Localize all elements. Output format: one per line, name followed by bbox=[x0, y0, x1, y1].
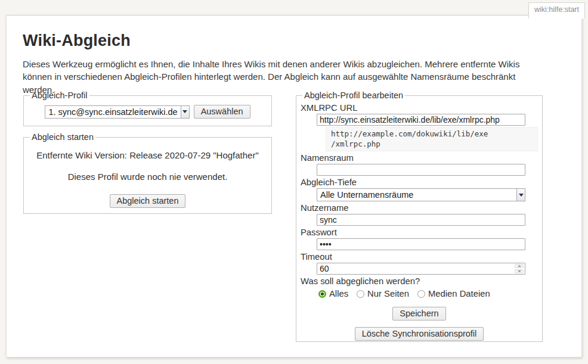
save-button[interactable]: Speichern bbox=[392, 307, 445, 321]
xmlrpc-url-label: XMLRPC URL bbox=[301, 103, 538, 113]
delete-sync-profile-button[interactable]: Lösche Synchronisationsprofil bbox=[355, 327, 484, 341]
profile-select-value: 1. sync@sync.einsatzleiterwiki.de bbox=[45, 106, 180, 118]
timeout-label: Timeout bbox=[301, 252, 538, 262]
depth-select-value: Alle Unternamensräume bbox=[317, 189, 416, 201]
profile-select-fieldset: Abgleich-Profil 1. sync@sync.einsatzleit… bbox=[23, 91, 272, 126]
depth-label: Abgleich-Tiefe bbox=[301, 178, 538, 187]
radio-option-alles[interactable]: Alles bbox=[318, 289, 348, 298]
profile-select-legend: Abgleich-Profil bbox=[30, 91, 89, 100]
namespace-label: Namensraum bbox=[301, 153, 538, 163]
radio-label: Medien Dateien bbox=[428, 289, 490, 298]
start-sync-button[interactable]: Abgleich starten bbox=[110, 194, 186, 208]
never-used-text: Dieses Profil wurde noch nie verwendet. bbox=[28, 172, 267, 182]
depth-select-dropdown[interactable]: Alle Unternamensräume bbox=[317, 188, 525, 201]
content-panel: Wiki-Abgleich Dieses Werkzeug ermöglicht… bbox=[6, 15, 582, 357]
timeout-spinner[interactable] bbox=[515, 264, 524, 273]
profile-edit-fieldset: Abgleich-Profil bearbeiten XMLRPC URL ht… bbox=[296, 91, 543, 342]
radio-label: Alles bbox=[329, 289, 348, 298]
sync-start-legend: Abgleich starten bbox=[30, 132, 95, 142]
radio-label: Nur Seiten bbox=[367, 289, 409, 298]
radio-option-nur-seiten[interactable]: Nur Seiten bbox=[357, 289, 409, 298]
spinner-down-icon[interactable] bbox=[515, 269, 524, 273]
sync-start-fieldset: Abgleich starten Entfernte Wiki Version:… bbox=[23, 132, 272, 214]
password-label: Passwort bbox=[301, 228, 538, 237]
spinner-up-icon[interactable] bbox=[515, 264, 524, 268]
username-label: Nutzername bbox=[301, 203, 538, 213]
radio-option-medien-dateien[interactable]: Medien Dateien bbox=[417, 289, 490, 298]
radio-unselected-icon[interactable] bbox=[357, 290, 364, 298]
profile-select-dropdown[interactable]: 1. sync@sync.einsatzleiterwiki.de bbox=[45, 105, 189, 119]
namespace-input[interactable] bbox=[317, 164, 525, 176]
sync-scope-label: Was soll abgeglichen werden? bbox=[301, 276, 538, 286]
choose-profile-button[interactable]: Auswählen bbox=[194, 105, 250, 119]
page-title: Wiki-Abgleich bbox=[23, 32, 131, 50]
remote-version-text: Entfernte Wiki Version: Release 2020-07-… bbox=[28, 150, 267, 160]
password-input[interactable] bbox=[317, 238, 525, 250]
chevron-down-icon bbox=[181, 106, 189, 118]
profile-edit-legend: Abgleich-Profil bearbeiten bbox=[302, 91, 405, 100]
chevron-down-icon bbox=[516, 189, 525, 201]
xmlrpc-url-input[interactable] bbox=[317, 114, 525, 126]
page-id-tab: wiki:hilfe:start bbox=[528, 2, 585, 18]
radio-unselected-icon[interactable] bbox=[417, 290, 425, 298]
timeout-input[interactable] bbox=[317, 263, 525, 275]
radio-selected-icon[interactable] bbox=[318, 290, 326, 298]
xmlrpc-url-hint: http://example.com/dokuwiki/lib/exe /xml… bbox=[326, 127, 538, 151]
username-input[interactable] bbox=[317, 214, 525, 226]
